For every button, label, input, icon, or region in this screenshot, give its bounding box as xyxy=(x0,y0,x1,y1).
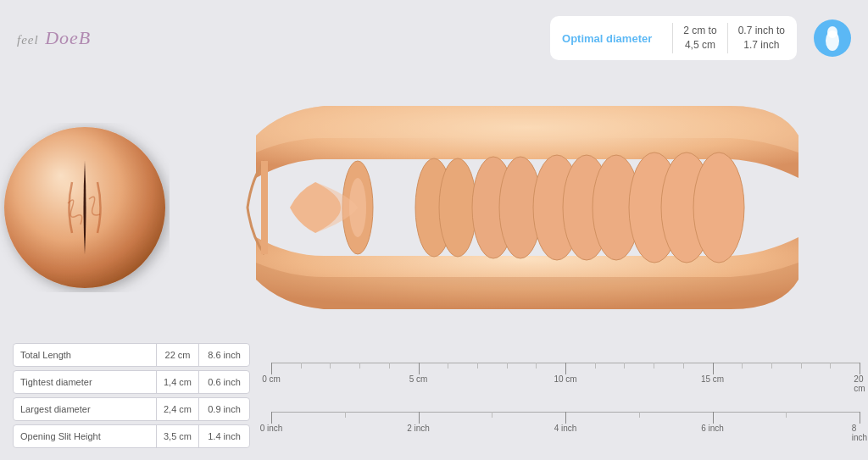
label-4inch: 4 inch xyxy=(554,424,577,433)
minor-tick-1cm xyxy=(301,363,302,369)
spec-cm-total-length: 22 cm xyxy=(156,344,198,366)
logo-signature: DoeB xyxy=(45,27,91,48)
spec-label-total-length: Total Length xyxy=(14,350,156,360)
spec-inch-tightest: 0.6 inch xyxy=(198,371,249,393)
optimal-diameter-box: Optimal diameter 2 cm to 4,5 cm 0.7 inch… xyxy=(550,16,851,60)
label-5cm: 5 cm xyxy=(409,374,428,384)
cross-section-svg xyxy=(239,93,815,322)
spec-row-total-length: Total Length 22 cm 8.6 inch xyxy=(13,343,250,367)
minor-tick-2cm xyxy=(330,363,331,369)
svg-point-15 xyxy=(693,152,744,263)
minor-tick-6cm xyxy=(448,363,448,369)
optimal-inch-range: 0.7 inch to 1.7 inch xyxy=(738,24,785,53)
minor-tick-1inch xyxy=(345,412,346,418)
spec-inch-total-length: 8.6 inch xyxy=(198,344,249,366)
spec-inch-slit: 1.4 inch xyxy=(198,425,249,447)
inch-ruler: 0 inch 2 inch 4 inch 6 inch 8 inch (func… xyxy=(271,412,860,457)
tick-10cm xyxy=(565,363,566,374)
svg-point-1 xyxy=(827,26,837,38)
spec-row-slit: Opening Slit Height 3,5 cm 1.4 inch xyxy=(13,424,250,448)
front-view-svg xyxy=(0,123,170,292)
label-15cm: 15 cm xyxy=(701,374,724,384)
minor-tick-19cm xyxy=(830,363,831,369)
minor-tick-11cm xyxy=(595,363,596,369)
minor-tick-4cm xyxy=(389,363,390,369)
minor-tick-16cm xyxy=(742,363,743,369)
minor-tick-3cm xyxy=(359,363,360,369)
tick-4inch xyxy=(565,412,566,424)
optimal-cm-range: 2 cm to 4,5 cm xyxy=(683,24,716,53)
tick-6inch xyxy=(713,412,714,424)
tick-5cm xyxy=(419,363,420,374)
product-front-view xyxy=(0,123,170,292)
divider2 xyxy=(727,23,728,53)
label-8inch: 8 inch xyxy=(852,424,867,442)
spec-cm-tightest: 1,4 cm xyxy=(156,371,198,393)
optimal-info-panel: Optimal diameter 2 cm to 4,5 cm 0.7 inch… xyxy=(550,16,797,60)
tick-20cm xyxy=(860,363,860,374)
minor-tick-12cm xyxy=(624,363,625,369)
minor-tick-5inch xyxy=(639,412,640,418)
product-cross-section xyxy=(186,89,868,326)
spec-row-tightest: Tightest diameter 1,4 cm 0.6 inch xyxy=(13,370,250,394)
ruler-area: 0 cm 5 cm 10 cm 15 cm 20 cm (function() … xyxy=(263,358,868,460)
header: feel DoeB Optimal diameter 2 cm to 4,5 c… xyxy=(0,0,868,76)
product-area xyxy=(0,76,868,339)
label-6inch: 6 inch xyxy=(701,424,724,433)
logo-text: feel xyxy=(17,33,39,47)
minor-tick-17cm xyxy=(771,363,772,369)
spec-label-largest: Largest diameter xyxy=(14,404,156,414)
label-2inch: 2 inch xyxy=(407,424,430,433)
tick-0cm xyxy=(271,363,272,374)
label-0cm: 0 cm xyxy=(262,374,281,384)
label-10cm: 10 cm xyxy=(554,374,576,384)
spec-inch-largest: 0.9 inch xyxy=(198,398,249,420)
spec-cm-largest: 2,4 cm xyxy=(156,398,198,420)
label-20cm: 20 cm xyxy=(854,374,865,393)
minor-tick-14cm xyxy=(683,363,684,369)
brand-logo: feel DoeB xyxy=(17,27,91,49)
svg-point-7 xyxy=(439,158,476,257)
minor-tick-9cm xyxy=(536,363,537,369)
divider xyxy=(672,23,673,53)
tick-2inch xyxy=(419,412,420,424)
tick-15cm xyxy=(713,363,714,374)
spec-label-tightest: Tightest diameter xyxy=(14,377,156,387)
spec-cm-slit: 3,5 cm xyxy=(156,425,198,447)
specs-table: Total Length 22 cm 8.6 inch Tightest dia… xyxy=(0,335,263,460)
optimal-title: Optimal diameter xyxy=(562,32,662,45)
tick-0inch xyxy=(271,412,272,424)
minor-tick-8cm xyxy=(507,363,508,369)
minor-tick-18cm xyxy=(801,363,802,369)
optimal-icon xyxy=(814,19,851,57)
minor-tick-7inch xyxy=(786,412,787,418)
label-0inch: 0 inch xyxy=(260,424,283,433)
tick-8inch xyxy=(860,412,860,424)
cm-ruler: 0 cm 5 cm 10 cm 15 cm 20 cm (function() … xyxy=(271,363,860,407)
minor-tick-3inch xyxy=(492,412,492,418)
minor-tick-7cm xyxy=(477,363,478,369)
minor-tick-13cm xyxy=(654,363,654,369)
spec-label-slit: Opening Slit Height xyxy=(14,431,156,441)
spec-row-largest: Largest diameter 2,4 cm 0.9 inch xyxy=(13,397,250,421)
penis-icon xyxy=(823,24,842,53)
